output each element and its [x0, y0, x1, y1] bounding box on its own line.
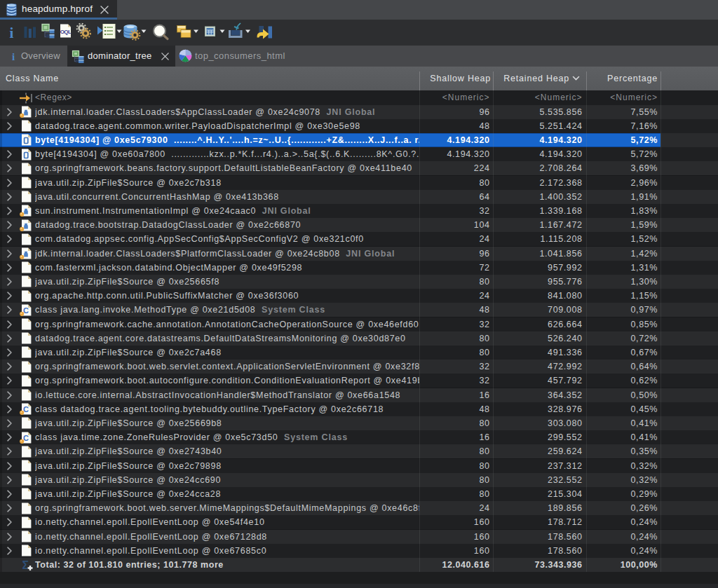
svg-text:i: i — [12, 51, 15, 62]
svg-text:i: i — [10, 25, 14, 41]
svg-text:OQL: OQL — [60, 29, 72, 35]
